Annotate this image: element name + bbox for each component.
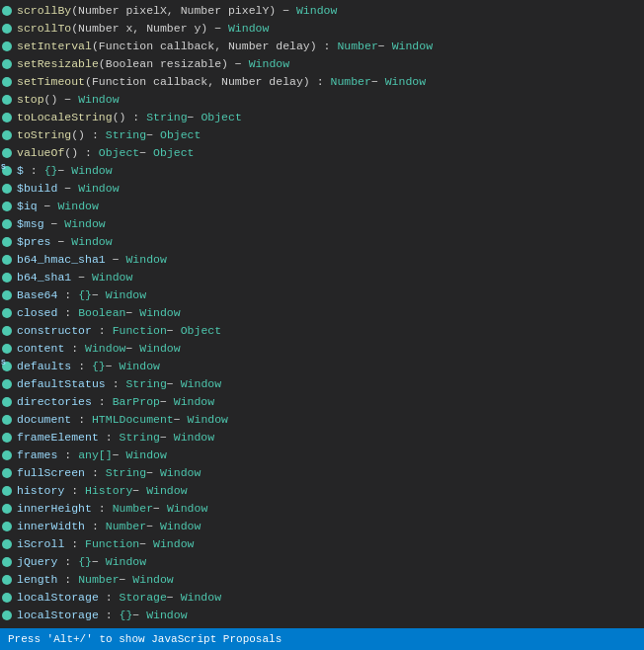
list-item[interactable]: innerWidth : Number− Window bbox=[0, 518, 644, 535]
list-item[interactable]: scrollBy(Number pixelX, Number pixelY) −… bbox=[0, 2, 644, 20]
completion-text: content : Window− Window bbox=[17, 340, 181, 358]
list-item[interactable]: b64_hmac_sha1 − Window bbox=[0, 251, 644, 269]
list-item[interactable]: setTimeout(Function callback, Number del… bbox=[0, 73, 644, 91]
completion-icon bbox=[2, 450, 12, 460]
list-item[interactable]: fullScreen : String− Window bbox=[0, 464, 644, 482]
completion-text: $iq − Window bbox=[17, 198, 99, 215]
completion-icon bbox=[2, 273, 12, 283]
completion-text: setInterval(Function callback, Number de… bbox=[17, 38, 433, 55]
completion-icon bbox=[2, 326, 12, 336]
list-item[interactable]: stop() − Window bbox=[0, 91, 644, 109]
list-item[interactable]: frameElement : String− Window bbox=[0, 429, 644, 447]
completion-icon bbox=[2, 237, 12, 247]
list-item[interactable]: localStorage : {}− Window bbox=[0, 607, 644, 624]
completion-icon bbox=[2, 362, 12, 371]
completion-text: stop() − Window bbox=[17, 91, 120, 109]
completion-icon bbox=[2, 504, 12, 514]
completion-icon bbox=[2, 59, 12, 69]
completion-text: innerWidth : Number− Window bbox=[17, 518, 201, 535]
completion-icon bbox=[2, 575, 12, 585]
main-container: scrollBy(Number pixelX, Number pixelY) −… bbox=[0, 0, 644, 650]
list-item[interactable]: scrollTo(Number x, Number y) − Window bbox=[0, 20, 644, 38]
list-item[interactable]: $iq − Window bbox=[0, 198, 644, 215]
completion-text: localStorage : {}− Window bbox=[17, 607, 188, 624]
completion-text: $ : {}− Window bbox=[17, 162, 113, 180]
list-item[interactable]: valueOf() : Object− Object bbox=[0, 144, 644, 162]
list-item[interactable]: localStorage : Storage− Window bbox=[0, 589, 644, 607]
list-item[interactable]: defaultStatus : String− Window bbox=[0, 375, 644, 393]
completion-icon bbox=[2, 77, 12, 87]
completion-text: closed : Boolean− Window bbox=[17, 304, 181, 322]
list-item[interactable]: b64_sha1 − Window bbox=[0, 269, 644, 286]
status-text: Press 'Alt+/' to show JavaScript Proposa… bbox=[8, 633, 282, 645]
completion-icon bbox=[2, 202, 12, 211]
completion-text: iScroll : Function− Window bbox=[17, 535, 194, 553]
completion-text: b64_hmac_sha1 − Window bbox=[17, 251, 167, 269]
completion-icon bbox=[2, 6, 12, 16]
list-item[interactable]: $ : {}− Window bbox=[0, 162, 644, 180]
list-item[interactable]: closed : Boolean− Window bbox=[0, 304, 644, 322]
completion-icon bbox=[2, 184, 12, 194]
completion-icon bbox=[2, 593, 12, 603]
list-item[interactable]: $pres − Window bbox=[0, 233, 644, 251]
completion-icon bbox=[2, 148, 12, 158]
completion-icon bbox=[2, 255, 12, 265]
completion-text: valueOf() : Object− Object bbox=[17, 144, 195, 162]
completion-text: localStorage : Storage− Window bbox=[17, 589, 221, 607]
completion-icon bbox=[2, 113, 12, 122]
list-item[interactable]: $msg − Window bbox=[0, 215, 644, 233]
list-item[interactable]: setInterval(Function callback, Number de… bbox=[0, 38, 644, 55]
completion-text: toLocaleString() : String− Object bbox=[17, 109, 242, 126]
list-item[interactable]: Base64 : {}− Window bbox=[0, 286, 644, 304]
completion-text: jQuery : {}− Window bbox=[17, 553, 146, 571]
completion-text: history : History− Window bbox=[17, 482, 188, 500]
completion-text: defaultStatus : String− Window bbox=[17, 375, 221, 393]
completion-text: $build − Window bbox=[17, 180, 120, 198]
completion-text: $pres − Window bbox=[17, 233, 113, 251]
list-item[interactable]: innerHeight : Number− Window bbox=[0, 500, 644, 518]
list-item[interactable]: constructor : Function− Object bbox=[0, 322, 644, 340]
completion-text: $msg − Window bbox=[17, 215, 106, 233]
list-item[interactable]: toLocaleString() : String− Object bbox=[0, 109, 644, 126]
list-item[interactable]: history : History− Window bbox=[0, 482, 644, 500]
completion-text: Base64 : {}− Window bbox=[17, 286, 146, 304]
completion-text: defaults : {}− Window bbox=[17, 358, 160, 375]
completion-icon bbox=[2, 219, 12, 229]
list-item[interactable]: $build − Window bbox=[0, 180, 644, 198]
list-item[interactable]: toString() : String− Object bbox=[0, 126, 644, 144]
list-item[interactable]: directories : BarProp− Window bbox=[0, 393, 644, 411]
completion-icon bbox=[2, 539, 12, 549]
completion-icon bbox=[2, 522, 12, 531]
list-item[interactable]: jQuery : {}− Window bbox=[0, 553, 644, 571]
completion-text: fullScreen : String− Window bbox=[17, 464, 201, 482]
completion-text: directories : BarProp− Window bbox=[17, 393, 214, 411]
list-item[interactable]: iScroll : Function− Window bbox=[0, 535, 644, 553]
completion-list[interactable]: scrollBy(Number pixelX, Number pixelY) −… bbox=[0, 0, 644, 628]
completion-text: setTimeout(Function callback, Number del… bbox=[17, 73, 426, 91]
completion-text: frameElement : String− Window bbox=[17, 429, 214, 447]
completion-icon bbox=[2, 24, 12, 34]
list-item[interactable]: length : Number− Window bbox=[0, 571, 644, 589]
completion-icon bbox=[2, 415, 12, 425]
completion-icon bbox=[2, 95, 12, 105]
completion-icon bbox=[2, 308, 12, 318]
list-item[interactable]: setResizable(Boolean resizable) − Window bbox=[0, 55, 644, 73]
completion-text: scrollBy(Number pixelX, Number pixelY) −… bbox=[17, 2, 337, 20]
completion-text: length : Number− Window bbox=[17, 571, 174, 589]
completion-icon bbox=[2, 486, 12, 496]
completion-icon bbox=[2, 433, 12, 443]
completion-icon bbox=[2, 379, 12, 389]
completion-text: setResizable(Boolean resizable) − Window bbox=[17, 55, 289, 73]
completion-icon bbox=[2, 557, 12, 567]
completion-icon bbox=[2, 130, 12, 140]
list-item[interactable]: defaults : {}− Window bbox=[0, 358, 644, 375]
completion-text: innerHeight : Number− Window bbox=[17, 500, 207, 518]
list-item[interactable]: content : Window− Window bbox=[0, 340, 644, 358]
completion-text: toString() : String− Object bbox=[17, 126, 201, 144]
completion-icon bbox=[2, 41, 12, 51]
completion-icon bbox=[2, 290, 12, 300]
status-bar: Press 'Alt+/' to show JavaScript Proposa… bbox=[0, 628, 644, 650]
list-item[interactable]: frames : any[]− Window bbox=[0, 447, 644, 464]
list-item[interactable]: document : HTMLDocument− Window bbox=[0, 411, 644, 429]
completion-icon bbox=[2, 397, 12, 407]
